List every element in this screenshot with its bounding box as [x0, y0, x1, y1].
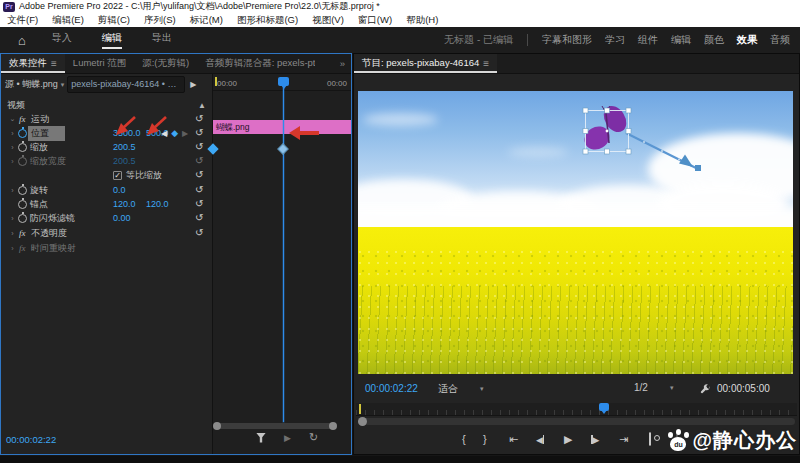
twirl-open-icon[interactable]: ⌄ — [8, 115, 17, 123]
program-video-preview[interactable] — [358, 91, 793, 374]
workspace-tab-audio[interactable]: 音频 — [770, 33, 790, 47]
menu-graphics[interactable]: 图形和标题(G) — [230, 14, 305, 27]
play-button[interactable]: ▶ — [564, 432, 572, 446]
home-icon[interactable]: ⌂ — [18, 34, 26, 47]
tab-source-monitor[interactable]: 源:(无剪辑) — [134, 54, 197, 73]
twirl-closed-icon[interactable]: › — [8, 230, 17, 237]
tab-audio-clip-mixer[interactable]: 音频剪辑混合器: pexels-pt — [197, 54, 315, 73]
row-motion: ⌄ fx 运动 ↺ — [1, 112, 213, 126]
playhead-handle[interactable] — [278, 77, 289, 86]
menu-sequence[interactable]: 序列(S) — [137, 14, 183, 27]
position-label[interactable]: 位置 — [28, 126, 65, 141]
reset-position-icon[interactable]: ↺ — [195, 128, 203, 138]
mark-in-button[interactable]: { — [462, 432, 466, 446]
position-keyframe-diamond[interactable] — [277, 143, 288, 154]
next-keyframe-icon[interactable]: ▶ — [182, 129, 188, 138]
effect-controls-timecode[interactable]: 00:00:02:22 — [6, 434, 56, 445]
reset-motion-icon[interactable]: ↺ — [195, 114, 203, 124]
stopwatch-rotation-icon[interactable] — [18, 186, 27, 195]
step-back-button[interactable]: ◀ — [536, 432, 544, 447]
sequence-clip-dropdown[interactable]: pexels-pixabay-46164 • 蝴蝶 — [67, 76, 185, 93]
reset-opacity-icon[interactable]: ↺ — [195, 228, 203, 238]
program-playhead[interactable] — [599, 403, 609, 411]
add-keyframe-icon[interactable]: ◆ — [171, 128, 178, 138]
workspace-tab-color[interactable]: 颜色 — [704, 33, 724, 47]
stopwatch-anchor-icon[interactable] — [18, 200, 27, 209]
workspace-tab-effects[interactable]: 效果 — [737, 33, 757, 47]
antiflicker-value[interactable]: 0.00 — [113, 213, 131, 223]
clip-play-icon[interactable]: ▶ — [190, 80, 196, 89]
menu-edit[interactable]: 编辑(E) — [45, 14, 91, 27]
rotation-value[interactable]: 0.0 — [113, 185, 126, 195]
workspace-tab-edit[interactable]: 编辑 — [671, 33, 691, 47]
position-x-value[interactable]: 3500.0 — [113, 128, 141, 138]
go-to-out-button[interactable]: ⇥ — [619, 432, 628, 446]
program-time-ruler[interactable] — [356, 403, 797, 416]
playback-resolution-dropdown[interactable]: 1/2 ▾ — [634, 382, 673, 393]
panel-menu-icon[interactable]: ≡ — [51, 58, 57, 69]
stopwatch-antiflicker-icon[interactable] — [18, 214, 27, 223]
chevron-down-icon[interactable]: ▾ — [61, 81, 65, 89]
menu-view[interactable]: 视图(V) — [305, 14, 351, 27]
tab-program-monitor[interactable]: 节目: pexels-pixabay-46164 ≡ — [354, 54, 497, 73]
play-audio-icon[interactable]: ▶ — [284, 433, 291, 443]
effect-controls-body: 源 • 蝴蝶.png ▾ pexels-pixabay-46164 • 蝴蝶 ▶… — [1, 74, 351, 454]
twirl-closed-icon[interactable]: › — [8, 130, 17, 137]
stopwatch-position-icon[interactable] — [18, 129, 27, 138]
twirl-closed-icon[interactable]: › — [8, 215, 17, 222]
paw-logo-icon: du — [668, 429, 690, 453]
workspace-tab-components[interactable]: 组件 — [638, 33, 658, 47]
menu-clip[interactable]: 剪辑(C) — [91, 14, 137, 27]
scrollbar-handle[interactable] — [358, 417, 367, 426]
workspace-tab-learn[interactable]: 学习 — [605, 33, 625, 47]
effect-controls-panel: 效果控件 ≡ Lumetri 范围 源:(无剪辑) 音频剪辑混合器: pexel… — [0, 53, 352, 455]
reset-uniform-scale-icon[interactable]: ↺ — [195, 170, 203, 180]
scrollbar-handle-right[interactable] — [329, 422, 337, 430]
reset-scale-width-icon: ↺ — [195, 156, 203, 166]
motion-path-arrow — [679, 155, 693, 168]
timeline-zoom-scrollbar[interactable] — [215, 423, 335, 429]
export-frame-button[interactable] — [649, 432, 651, 446]
title-bar: Pr Adobe Premiere Pro 2022 - C:\用户\yulif… — [0, 0, 800, 13]
collapse-section-icon[interactable]: ▲ — [198, 101, 206, 110]
menu-help[interactable]: 帮助(H) — [399, 14, 445, 27]
stopwatch-scale-icon[interactable] — [18, 143, 27, 152]
scrollbar-handle-left[interactable] — [213, 422, 221, 430]
step-forward-button[interactable]: ▶ — [591, 432, 599, 447]
filter-properties-icon[interactable] — [256, 433, 266, 443]
reset-rotation-icon[interactable]: ↺ — [195, 185, 203, 195]
program-scrollbar[interactable] — [358, 418, 795, 425]
anchor-y-value[interactable]: 120.0 — [146, 199, 169, 209]
row-rotation: › 旋转 0.0 ↺ — [1, 183, 213, 197]
clip-bar[interactable]: 蝴蝶.png — [213, 120, 351, 134]
scale-value[interactable]: 200.5 — [113, 142, 136, 152]
loop-icon[interactable]: ↻ — [309, 431, 318, 444]
reset-antiflicker-icon[interactable]: ↺ — [195, 213, 203, 223]
go-to-in-button[interactable]: ⇤ — [509, 432, 518, 446]
mark-out-button[interactable]: } — [483, 432, 487, 446]
twirl-closed-icon[interactable]: › — [8, 144, 17, 151]
menu-window[interactable]: 窗口(W) — [351, 14, 399, 27]
twirl-closed-icon[interactable]: › — [8, 187, 17, 194]
workspace-bar: ⌂ 导入 编辑 导出 无标题 - 已编辑 字幕和图形 学习 组件 编辑 颜色 效… — [0, 27, 800, 53]
nav-export[interactable]: 导出 — [152, 31, 172, 49]
uniform-scale-checkbox[interactable]: ✓ — [113, 171, 122, 180]
settings-wrench-icon[interactable] — [699, 383, 711, 397]
tab-effect-controls[interactable]: 效果控件 ≡ — [1, 54, 65, 73]
menu-file[interactable]: 文件(F) — [0, 14, 45, 27]
previous-keyframe-icon[interactable]: ◀ — [161, 129, 167, 138]
row-position: › 位置 3500.0 500.0 ◀ ◆ ▶ ↺ — [1, 126, 213, 140]
menu-markers[interactable]: 标记(M) — [183, 14, 230, 27]
tab-lumetri-scopes[interactable]: Lumetri 范围 — [65, 54, 134, 73]
reset-anchor-icon[interactable]: ↺ — [195, 199, 203, 209]
section-video-label: 视频 — [7, 99, 25, 112]
reset-scale-icon[interactable]: ↺ — [195, 142, 203, 152]
panel-menu-icon[interactable]: ≡ — [483, 58, 489, 69]
nav-edit[interactable]: 编辑 — [102, 31, 122, 49]
program-timecode[interactable]: 00:00:02:22 — [365, 383, 418, 394]
zoom-fit-dropdown[interactable]: 适合 ▾ — [438, 382, 484, 396]
nav-import[interactable]: 导入 — [52, 31, 72, 49]
anchor-x-value[interactable]: 120.0 — [113, 199, 136, 209]
workspace-tab-captions[interactable]: 字幕和图形 — [542, 33, 592, 47]
tab-overflow-icon[interactable]: » — [340, 58, 351, 69]
